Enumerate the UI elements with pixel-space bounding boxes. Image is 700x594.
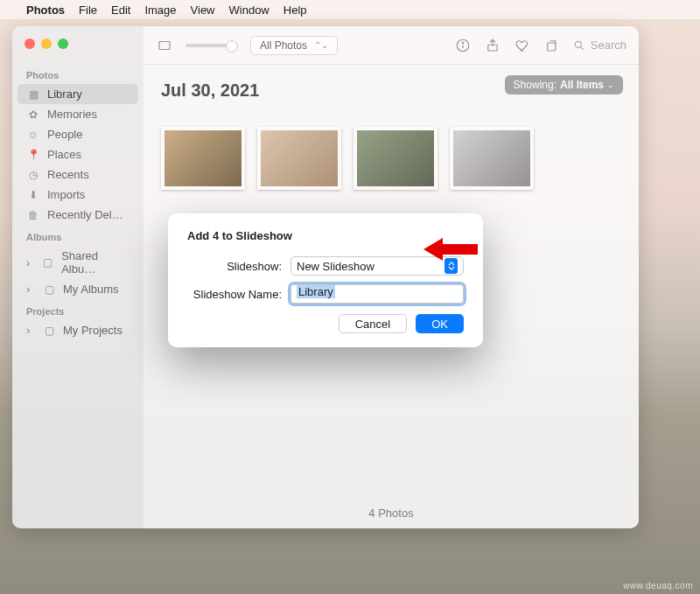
sidebar-item-label: Recents — [47, 168, 89, 181]
sidebar-item-recently-deleted[interactable]: 🗑 Recently Del… — [18, 205, 138, 225]
svg-point-3 — [462, 42, 463, 43]
svg-rect-0 — [159, 41, 170, 49]
project-icon: ▢ — [42, 325, 56, 337]
sidebar-item-imports[interactable]: ⬇ Imports — [18, 185, 138, 205]
sidebar-item-label: People — [47, 128, 82, 141]
add-to-slideshow-dialog: Add 4 to Slideshow Slideshow: New Slides… — [168, 213, 483, 347]
close-window-button[interactable] — [24, 38, 35, 49]
people-icon: ☺ — [26, 129, 40, 141]
window-controls — [18, 33, 138, 63]
shared-album-icon: ▢ — [41, 256, 54, 269]
recents-icon: ◷ — [26, 169, 40, 181]
favorite-icon[interactable] — [514, 37, 531, 54]
memories-icon: ✿ — [26, 108, 40, 121]
slideshow-name-value: Library — [297, 285, 335, 298]
places-icon: 📍 — [26, 149, 40, 161]
sidebar-item-places[interactable]: 📍 Places — [18, 144, 138, 164]
sidebar-item-my-albums[interactable]: › ▢ My Albums — [18, 279, 138, 299]
share-icon[interactable] — [484, 37, 501, 54]
sidebar-item-label: My Albums — [63, 283, 119, 296]
sidebar-item-label: My Projects — [63, 324, 122, 337]
chevron-down-icon: ⌄ — [607, 80, 614, 89]
chevron-right-icon: › — [26, 283, 35, 296]
zoom-slider[interactable] — [186, 44, 238, 47]
search-icon — [573, 39, 585, 52]
menubar-item-help[interactable]: Help — [284, 3, 307, 17]
slideshow-select-row: Slideshow: New Slideshow — [187, 256, 464, 276]
showing-prefix: Showing: — [514, 79, 556, 91]
ok-button[interactable]: OK — [416, 314, 464, 333]
chevron-right-icon: › — [26, 324, 35, 337]
watermark: www.deuaq.com — [623, 581, 693, 591]
slideshow-name-input[interactable]: Library — [290, 284, 464, 304]
sidebar: Photos ▦ Library ✿ Memories ☺ People 📍 P… — [12, 26, 144, 528]
cancel-button[interactable]: Cancel — [339, 314, 407, 333]
updown-icon: ⌃⌄ — [314, 40, 328, 50]
sidebar-item-people[interactable]: ☺ People — [18, 124, 138, 144]
photo-thumbnail[interactable] — [354, 127, 438, 190]
thumbnail-row — [161, 127, 621, 190]
sidebar-item-label: Places — [47, 148, 81, 161]
sidebar-item-label: Memories — [47, 108, 97, 121]
chevron-right-icon: › — [26, 256, 34, 269]
sidebar-item-label: Library — [47, 87, 82, 101]
desktop-background: Photos File Edit Image View Window Help … — [0, 0, 700, 594]
slideshow-select-value: New Slideshow — [297, 260, 374, 273]
library-icon: ▦ — [26, 88, 40, 101]
aspect-ratio-icon[interactable] — [156, 37, 173, 54]
showing-value: All Items — [560, 79, 604, 91]
minimize-window-button[interactable] — [41, 38, 52, 49]
dialog-button-row: Cancel OK — [187, 314, 464, 333]
sidebar-item-label: Shared Albu… — [61, 249, 130, 276]
sidebar-item-shared-albums[interactable]: › ▢ Shared Albu… — [18, 246, 138, 279]
menubar-item-view[interactable]: View — [191, 3, 215, 17]
toolbar: All Photos ⌃⌄ Search — [144, 26, 639, 65]
search-field[interactable]: Search — [573, 38, 626, 52]
sidebar-item-library[interactable]: ▦ Library — [18, 84, 138, 104]
svg-rect-5 — [548, 43, 556, 51]
menubar-item-window[interactable]: Window — [229, 3, 270, 17]
footer-photo-count: 4 Photos — [144, 507, 639, 520]
select-stepper-icon — [444, 258, 458, 274]
maximize-window-button[interactable] — [58, 38, 68, 49]
sidebar-item-recents[interactable]: ◷ Recents — [18, 164, 138, 185]
slideshow-name-row: Slideshow Name: Library — [187, 284, 464, 304]
trash-icon: 🗑 — [26, 209, 40, 221]
search-placeholder: Search — [591, 38, 626, 52]
rotate-icon[interactable] — [543, 37, 561, 54]
library-filter-dropdown[interactable]: All Photos ⌃⌄ — [250, 36, 338, 55]
macos-menubar: Photos File Edit Image View Window Help — [0, 0, 700, 19]
sidebar-section-photos: Photos — [18, 63, 138, 84]
imports-icon: ⬇ — [26, 189, 40, 201]
svg-point-6 — [575, 41, 581, 47]
photo-thumbnail[interactable] — [161, 127, 245, 190]
slideshow-select[interactable]: New Slideshow — [290, 256, 464, 276]
showing-filter-badge[interactable]: Showing: All Items ⌄ — [505, 75, 623, 94]
info-icon[interactable] — [454, 37, 472, 54]
menubar-item-image[interactable]: Image — [144, 3, 176, 17]
album-icon: ▢ — [42, 283, 56, 296]
menubar-item-edit[interactable]: Edit — [111, 3, 130, 17]
filter-label: All Photos — [260, 39, 307, 52]
sidebar-item-memories[interactable]: ✿ Memories — [18, 104, 138, 124]
sidebar-section-projects: Projects — [18, 299, 138, 320]
sidebar-item-label: Imports — [47, 188, 85, 201]
sidebar-section-albums: Albums — [18, 225, 138, 246]
slideshow-name-label: Slideshow Name: — [187, 288, 290, 301]
sidebar-item-my-projects[interactable]: › ▢ My Projects — [18, 320, 138, 340]
photo-thumbnail[interactable] — [257, 127, 341, 190]
photo-thumbnail[interactable] — [450, 127, 534, 190]
dialog-title: Add 4 to Slideshow — [187, 229, 464, 242]
slideshow-select-label: Slideshow: — [187, 260, 290, 273]
menubar-app-name[interactable]: Photos — [26, 3, 65, 17]
svg-line-7 — [581, 46, 584, 49]
menubar-item-file[interactable]: File — [79, 3, 97, 17]
sidebar-item-label: Recently Del… — [47, 208, 123, 221]
